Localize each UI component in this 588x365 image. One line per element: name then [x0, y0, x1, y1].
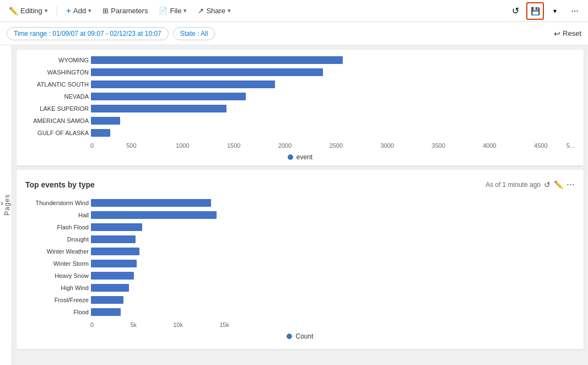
bar-fill — [91, 223, 142, 231]
top-chart-row: AMERICAN SAMOA — [25, 115, 575, 127]
bar-label: NEVADA — [25, 93, 89, 100]
bottom-refresh-icon[interactable]: ↺ — [544, 180, 551, 189]
parameters-button[interactable]: ⊞ Parameters — [98, 4, 152, 17]
add-chevron-icon: ▾ — [88, 7, 91, 14]
bar-label: Winter Weather — [25, 248, 89, 255]
separator — [57, 6, 57, 17]
bar-track — [91, 296, 226, 304]
bar-track — [91, 80, 575, 88]
edit-pencil-icon: ✏️ — [9, 7, 18, 15]
bar-label: Winter Storm — [25, 260, 89, 267]
bar-label: WASHINGTON — [25, 69, 89, 76]
bar-label: AMERICAN SAMOA — [25, 117, 89, 124]
bar-fill — [91, 56, 343, 64]
top-chart-row: WASHINGTON — [25, 66, 575, 78]
bar-fill — [91, 308, 121, 316]
bar-label: Flood — [25, 309, 89, 315]
bar-track — [91, 260, 226, 267]
bar-track — [91, 199, 226, 207]
bottom-legend-dot — [287, 334, 292, 339]
bar-track — [91, 68, 575, 76]
reset-button[interactable]: ↩ Reset — [554, 29, 581, 38]
bar-fill — [91, 260, 137, 267]
time-range-filter[interactable]: Time range : 01/09/07 at 09:07 - 02/12/2… — [7, 27, 169, 40]
main-area: › Pages WYOMING WASHINGTON ATLANTIC SOUT… — [0, 45, 588, 365]
time-range-label: Time range : 01/09/07 at 09:07 - 02/12/2… — [14, 30, 161, 37]
top-chart-row: ATLANTIC SOUTH — [25, 78, 575, 90]
bottom-chart-rows: Thunderstorm Wind Hail Flash Flood Droug… — [25, 197, 575, 318]
bar-fill — [91, 272, 134, 280]
bottom-legend-label: Count — [295, 332, 313, 340]
bar-track — [91, 272, 226, 280]
bottom-chart-row: Flash Flood — [25, 221, 575, 233]
bottom-chart-subtitle: As of 1 minute ago ↺ ✏️ ··· — [485, 179, 575, 190]
bottom-chart-header: Top events by type As of 1 minute ago ↺ … — [25, 179, 575, 190]
top-chart-rows: WYOMING WASHINGTON ATLANTIC SOUTH NEVADA… — [25, 54, 575, 139]
refresh-button[interactable]: ↺ — [506, 2, 524, 20]
bar-label: ATLANTIC SOUTH — [25, 81, 89, 88]
bar-label: GULF OF ALASKA — [25, 130, 89, 136]
share-button[interactable]: ↗ Share ▾ — [193, 4, 235, 17]
bar-label: Drought — [25, 236, 89, 243]
file-button[interactable]: 📄 File ▾ — [154, 4, 191, 17]
bar-fill — [91, 235, 136, 243]
bar-fill — [91, 284, 129, 292]
bar-label: WYOMING — [25, 57, 89, 63]
bottom-chart-legend: Count — [25, 332, 575, 340]
editing-button[interactable]: ✏️ Editing ▾ — [4, 4, 52, 18]
bottom-chart-row: Winter Storm — [25, 257, 575, 270]
refresh-icon: ↺ — [512, 6, 519, 16]
bar-fill — [91, 117, 120, 125]
share-chevron-icon: ▾ — [228, 7, 231, 14]
bar-label: Thunderstorm Wind — [25, 200, 89, 206]
bottom-chart-row: Flood — [25, 306, 575, 318]
top-chart-row: NEVADA — [25, 90, 575, 103]
bar-track — [91, 248, 226, 255]
bar-label: Hail — [25, 212, 89, 218]
parameters-icon: ⊞ — [103, 7, 109, 15]
save-button[interactable]: 💾 — [526, 2, 544, 20]
bottom-chart-row: Heavy Snow — [25, 270, 575, 282]
bar-track — [91, 235, 226, 243]
bottom-chart-row: Hail — [25, 209, 575, 221]
share-icon: ↗ — [198, 7, 204, 15]
chevron-down-button[interactable]: ▾ — [546, 2, 564, 20]
state-filter[interactable]: State : All — [173, 27, 215, 40]
legend-label: event — [296, 153, 312, 161]
add-button[interactable]: + Add ▾ — [62, 4, 96, 18]
content-area: WYOMING WASHINGTON ATLANTIC SOUTH NEVADA… — [12, 45, 588, 365]
top-chart-row: GULF OF ALASKA — [25, 127, 575, 139]
bottom-chart-title: Top events by type — [25, 180, 95, 189]
bottom-chart-row: Frost/Freeze — [25, 294, 575, 306]
chevron-down-icon: ▾ — [553, 7, 557, 15]
editing-chevron-icon: ▾ — [45, 7, 48, 14]
filter-bar: Time range : 01/09/07 at 09:07 - 02/12/2… — [0, 22, 588, 45]
bottom-edit-icon[interactable]: ✏️ — [554, 180, 563, 189]
pages-tab[interactable]: › Pages — [0, 45, 12, 365]
bar-track — [91, 211, 226, 219]
bar-fill — [91, 296, 123, 304]
bar-track — [91, 93, 575, 100]
add-icon: + — [66, 6, 71, 16]
bar-fill — [91, 211, 217, 219]
save-icon: 💾 — [531, 7, 540, 15]
more-options-button[interactable]: ··· — [566, 2, 584, 20]
editing-label: Editing — [20, 7, 42, 15]
bottom-more-icon[interactable]: ··· — [567, 179, 575, 190]
top-chart-row: LAKE SUPERIOR — [25, 103, 575, 115]
top-x-axis: 0 500 1000 1500 2000 2500 3000 3500 4000… — [25, 142, 575, 149]
toolbar: ✏️ Editing ▾ + Add ▾ ⊞ Parameters 📄 File… — [0, 0, 588, 22]
top-chart-panel: WYOMING WASHINGTON ATLANTIC SOUTH NEVADA… — [17, 50, 584, 165]
bottom-chart-row: Thunderstorm Wind — [25, 197, 575, 209]
bottom-chart-panel: Top events by type As of 1 minute ago ↺ … — [17, 170, 584, 349]
top-chart-legend: event — [25, 153, 575, 161]
subtitle-text: As of 1 minute ago — [485, 181, 541, 189]
bar-fill — [91, 248, 139, 255]
bottom-chart-row: Winter Weather — [25, 245, 575, 257]
file-chevron-icon: ▾ — [184, 7, 187, 14]
bottom-chart-row: High Wind — [25, 282, 575, 294]
bottom-chart-row: Drought — [25, 233, 575, 245]
bar-fill — [91, 80, 275, 88]
bar-fill — [91, 68, 323, 76]
legend-dot — [288, 154, 293, 160]
